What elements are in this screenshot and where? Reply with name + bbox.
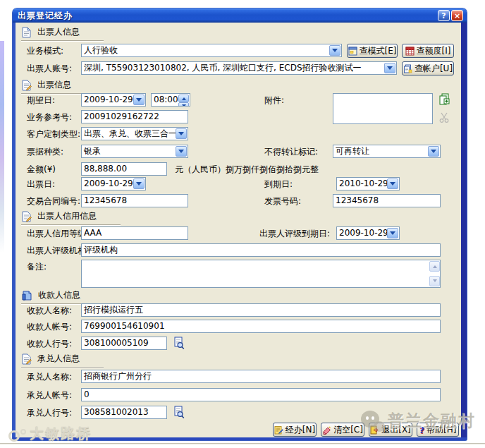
section-drawer-info: 出票人信息 xyxy=(21,26,104,41)
amount-input[interactable]: 88,888.00 xyxy=(81,162,167,176)
scrollbar-down-button[interactable] xyxy=(429,276,440,286)
combo-value: 出票、承兑、收票三合一 xyxy=(84,128,177,138)
time-value: 08:00 xyxy=(154,95,178,104)
chevron-down-icon[interactable] xyxy=(176,146,187,157)
titlebar-help-button[interactable]: ? xyxy=(438,10,450,21)
business-mode-combobox[interactable]: 人行验收 xyxy=(81,44,342,57)
documents-icon xyxy=(403,64,412,73)
section-title: 出票人信用信息 xyxy=(37,210,97,222)
chevron-down-icon[interactable] xyxy=(384,63,395,73)
query-mode-button[interactable]: 查模式[E] xyxy=(347,44,398,58)
payee-bank-no-input[interactable]: 308100005109 xyxy=(81,337,167,350)
exit-button[interactable]: 退出[X] xyxy=(369,423,412,437)
acceptor-account-label: 承兑人帐号: xyxy=(27,389,72,402)
combo-value: 深圳, T55903123010802, 人民币, 深圳蛇口支行, ECDS招行… xyxy=(84,63,362,73)
combo-value: 2009-10-29 xyxy=(84,178,133,188)
close-icon: × xyxy=(454,12,460,20)
payee-name-input[interactable]: 招行模拟运行五 xyxy=(81,303,441,317)
question-icon: ? xyxy=(419,425,425,435)
button-label: 帮助[H] xyxy=(426,424,456,436)
expect-date-label: 期望日: xyxy=(27,94,55,107)
payee-bank-lookup-button[interactable] xyxy=(171,335,187,351)
drawer-account-combobox[interactable]: 深圳, T55903123010802, 人民币, 深圳蛇口支行, ECDS招行… xyxy=(81,61,397,75)
custom-type-combobox[interactable]: 出票、承兑、收票三合一 xyxy=(81,127,188,140)
acceptor-bank-lookup-button[interactable] xyxy=(171,404,187,420)
note-pencil-icon xyxy=(274,425,283,435)
spinner-up-icon[interactable] xyxy=(178,95,189,102)
amount-label: 金额(¥) xyxy=(27,163,56,176)
chevron-down-icon[interactable] xyxy=(387,178,398,189)
scrollbar-up-button[interactable] xyxy=(429,261,440,272)
payee-bank-no-label: 收款人行号: xyxy=(27,337,72,351)
attachment-cut-button[interactable] xyxy=(436,109,452,125)
combo-value: 2009-10-29 xyxy=(339,228,388,238)
credit-grade-label: 出票人信用等级: xyxy=(27,227,89,241)
expect-time-spinner[interactable]: 08:00 xyxy=(151,93,190,107)
document-icon xyxy=(21,27,32,38)
chevron-down-icon[interactable] xyxy=(133,178,145,189)
dialog-body: 出票人信息 业务模式: 人行验收 查模式[E] 查额度[I] 出票人账号: xyxy=(13,23,467,440)
no-transfer-label: 不得转让标记: xyxy=(264,145,318,159)
clear-button[interactable]: 清空[C] xyxy=(321,423,364,437)
process-button[interactable]: 经办[N] xyxy=(273,423,317,437)
acceptor-bank-no-label: 承兑人行号: xyxy=(27,406,72,420)
chevron-down-icon[interactable] xyxy=(428,146,439,157)
rating-due-combobox[interactable]: 2009-10-29 xyxy=(336,226,400,240)
issue-date-label: 出票日: xyxy=(27,178,55,191)
titlebar[interactable]: 出票登记经办 ? × xyxy=(13,8,467,23)
attachment-add-button[interactable] xyxy=(436,91,452,107)
attachment-listbox[interactable] xyxy=(333,93,433,124)
chevron-down-icon[interactable] xyxy=(176,128,187,139)
section-credit-info: 出票人信用信息 xyxy=(21,210,121,225)
button-label: 经办[N] xyxy=(286,424,315,436)
titlebar-close-button[interactable]: × xyxy=(451,10,463,21)
drawer-account-label: 出票人账号: xyxy=(27,62,72,75)
document-pencil-icon xyxy=(21,80,32,91)
dialog-bill-issue-registration: 出票登记经办 ? × 出票人信息 业务模式: 人行验收 xyxy=(13,8,467,440)
rating-due-label: 出票人评级到期日: xyxy=(259,227,330,241)
window-title: 出票登记经办 xyxy=(13,10,73,22)
rating-agency-input[interactable]: 评级机构 xyxy=(81,243,441,257)
credit-grade-input[interactable]: AAA xyxy=(81,226,188,240)
button-label: 查帐户[U] xyxy=(415,63,453,75)
remark-textarea[interactable] xyxy=(81,260,441,288)
no-transfer-combobox[interactable]: 可再转让 xyxy=(333,145,441,158)
blue-document-icon xyxy=(21,290,32,301)
chevron-down-icon[interactable] xyxy=(329,45,340,56)
invoice-no-input[interactable]: 12345678 xyxy=(333,194,441,207)
chevron-down-icon[interactable] xyxy=(387,228,398,238)
issue-date-combobox[interactable]: 2009-10-29 xyxy=(81,177,146,190)
query-quota-button[interactable]: 查额度[I] xyxy=(402,44,454,58)
section-title: 收款人信息 xyxy=(38,289,80,301)
section-bill-info: 出票信息 xyxy=(21,79,95,94)
spinner-down-icon[interactable] xyxy=(178,102,189,107)
expect-date-combobox[interactable]: 2009-10-29 xyxy=(81,93,146,107)
add-file-icon xyxy=(438,92,451,106)
page-edge-artifact xyxy=(0,41,4,253)
acceptor-name-input[interactable]: 招商银行广州分行 xyxy=(81,370,441,383)
section-title: 出票人信息 xyxy=(37,26,80,38)
section-acceptor-info: 承兑人信息 xyxy=(21,353,104,368)
payee-account-label: 收款人帐号: xyxy=(27,320,72,334)
button-label: 退出[X] xyxy=(381,424,411,436)
bill-kind-label: 票据种类: xyxy=(27,145,63,159)
payee-account-input[interactable]: 769900154610901 xyxy=(81,320,441,333)
question-icon: ? xyxy=(441,12,446,20)
chevron-down-icon[interactable] xyxy=(133,95,145,105)
help-button[interactable]: ? 帮助[H] xyxy=(417,423,459,437)
acceptor-bank-no-input[interactable]: 308581002013 xyxy=(81,406,167,419)
magnifier-doc-icon xyxy=(173,406,185,419)
contract-no-input[interactable]: 12345678 xyxy=(81,194,188,207)
bill-kind-combobox[interactable]: 银承 xyxy=(81,145,188,158)
section-title: 承兑人信息 xyxy=(37,353,80,365)
acceptor-account-input[interactable]: 0 xyxy=(81,388,441,401)
due-date-combobox[interactable]: 2010-10-29 xyxy=(336,177,400,190)
scissors-icon xyxy=(438,111,450,123)
magnifier-doc-icon xyxy=(173,337,185,350)
query-account-button[interactable]: 查帐户[U] xyxy=(402,61,454,75)
combo-value: 人行验收 xyxy=(84,45,118,55)
combo-value: 银承 xyxy=(84,146,101,156)
button-label: 查额度[I] xyxy=(417,45,451,57)
biz-ref-input[interactable]: 20091029162722 xyxy=(81,110,188,123)
rating-agency-label: 出票人评级机构: xyxy=(27,244,89,258)
